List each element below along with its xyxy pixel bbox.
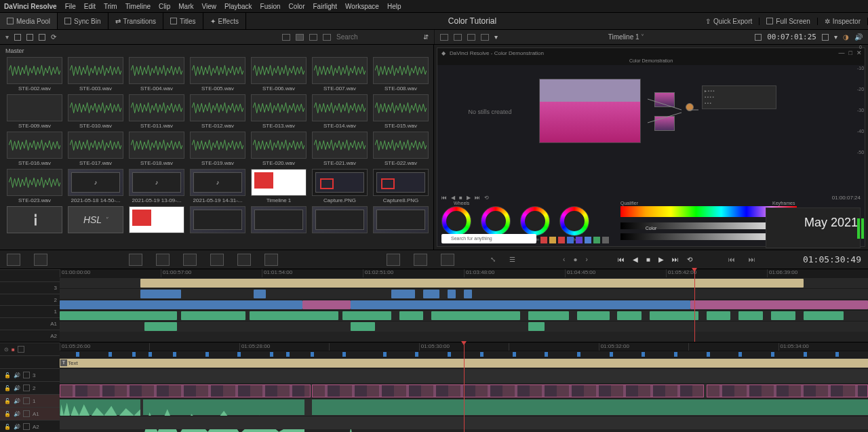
clip-item[interactable]: STE-005.wav bbox=[189, 57, 247, 92]
thumb-extra-1[interactable] bbox=[127, 206, 186, 235]
clip-item[interactable]: STE-012.wav bbox=[189, 94, 247, 129]
clip-item[interactable]: STE-022.wav bbox=[372, 132, 430, 166]
marker[interactable] bbox=[804, 352, 807, 357]
taskbar-app-icon[interactable] bbox=[558, 237, 565, 243]
marker[interactable] bbox=[383, 352, 387, 357]
detail-tracks[interactable]: 01:05:26:00 01:05:28:00 01:05:30:00 01:0… bbox=[60, 342, 868, 432]
windows-search-bar[interactable]: Search for anything bbox=[441, 234, 536, 243]
audio-clip[interactable] bbox=[528, 311, 569, 320]
marker[interactable] bbox=[771, 352, 774, 357]
clip-item[interactable]: STE-010.wav bbox=[66, 94, 125, 129]
enable-icon[interactable] bbox=[23, 423, 30, 430]
mini-lane-v2[interactable] bbox=[60, 288, 868, 299]
clip-item[interactable]: STE-003.wav bbox=[66, 57, 125, 92]
enable-icon[interactable] bbox=[23, 397, 30, 404]
clip-item[interactable]: STE-009.wav bbox=[5, 94, 64, 129]
mini-head-v2[interactable]: 2 bbox=[0, 294, 60, 306]
marker[interactable] bbox=[205, 352, 209, 357]
marker[interactable] bbox=[286, 352, 290, 357]
bypass-icon[interactable] bbox=[822, 34, 829, 41]
edit-timecode[interactable]: 01:05:30:49 bbox=[803, 254, 861, 264]
audio-clip[interactable] bbox=[250, 311, 338, 320]
audio-clip[interactable] bbox=[342, 311, 391, 320]
head-a1[interactable]: 🔓🔊A1 bbox=[0, 407, 60, 420]
menu-timeline[interactable]: Timeline bbox=[125, 3, 151, 10]
ripple-icon[interactable] bbox=[264, 254, 278, 266]
prev-icon[interactable]: ◀ bbox=[451, 195, 455, 201]
jump-next-icon[interactable]: ⏭ bbox=[749, 256, 755, 263]
thumb-extra-2[interactable] bbox=[189, 206, 247, 235]
view-metadata-icon[interactable] bbox=[282, 34, 290, 41]
head-v2[interactable]: 🔓🔊2 bbox=[0, 381, 60, 394]
marker[interactable] bbox=[270, 352, 273, 357]
loop-icon[interactable]: ⟲ bbox=[687, 256, 692, 263]
btn-quick-export[interactable]: ⇪Quick Export bbox=[698, 18, 760, 25]
menu-color[interactable]: Color bbox=[289, 3, 305, 10]
taskbar-app-icon[interactable] bbox=[549, 237, 556, 243]
mini-playhead[interactable] bbox=[694, 269, 695, 342]
audio-clip[interactable] bbox=[771, 311, 795, 320]
mini-head-v1[interactable]: 1 bbox=[0, 305, 60, 317]
clip-item[interactable]: STE-020.wav bbox=[250, 132, 308, 166]
taskbar-app-icon[interactable] bbox=[540, 237, 547, 243]
detail-playhead[interactable] bbox=[464, 342, 465, 432]
title-clip[interactable] bbox=[140, 279, 803, 288]
mini-head-a1[interactable]: A1 bbox=[0, 317, 60, 330]
tab-transitions[interactable]: ⇄Transitions bbox=[108, 13, 164, 29]
sort-icon[interactable]: ⇵ bbox=[423, 33, 429, 41]
view-thumb-icon[interactable] bbox=[296, 34, 304, 41]
audio-clip[interactable] bbox=[144, 322, 177, 331]
head-v1[interactable]: 🔓🔊1 bbox=[0, 394, 60, 407]
hsl-qualifier[interactable]: HSL˅ bbox=[66, 206, 125, 235]
audio-clip[interactable] bbox=[707, 311, 731, 320]
audio-clip[interactable] bbox=[528, 322, 545, 331]
speaker-icon[interactable]: 🔊 bbox=[14, 372, 20, 378]
clip[interactable] bbox=[423, 290, 439, 298]
mini-ruler[interactable]: 01:00:00:00 01:00:57:00 01:01:54:00 01:0… bbox=[60, 269, 868, 277]
jump-prev-icon[interactable]: ⏮ bbox=[728, 256, 735, 263]
viewer-window[interactable]: — □ ✕ ◆ DaVinci Resolve - Color Demonstr… bbox=[437, 47, 865, 247]
speaker-icon[interactable]: 🔊 bbox=[854, 33, 863, 41]
viewer-aspect-icon[interactable] bbox=[481, 34, 489, 41]
overlay-icon[interactable]: ◑ bbox=[843, 33, 849, 41]
audio-clip[interactable] bbox=[577, 311, 610, 320]
detail-timeline[interactable]: ⊙ ■ 🔓🔊3 🔓🔊2 🔓🔊1 🔓🔊A1 🔓🔊A2 01:05:26:00 01… bbox=[0, 342, 868, 432]
clip-item[interactable]: Timeline 1 bbox=[250, 169, 308, 203]
menu-playback[interactable]: Playback bbox=[224, 3, 252, 10]
tab-media-pool[interactable]: Media Pool bbox=[0, 13, 58, 29]
clip[interactable] bbox=[464, 290, 472, 298]
menu-edit[interactable]: Edit bbox=[84, 3, 96, 10]
magnet-icon[interactable]: ⊙ bbox=[4, 347, 9, 353]
audio-clip-2[interactable] bbox=[143, 399, 304, 415]
safe-area-icon[interactable] bbox=[755, 34, 762, 41]
marker[interactable] bbox=[545, 352, 548, 357]
clip-item[interactable]: STE-021.wav bbox=[311, 132, 369, 166]
audio-clip[interactable] bbox=[738, 311, 763, 320]
mini-lane-a2[interactable] bbox=[60, 321, 868, 332]
clip-item[interactable]: STE-014.wav bbox=[311, 94, 369, 129]
chevron-down-icon[interactable]: ▾ bbox=[834, 33, 837, 41]
marker[interactable] bbox=[480, 352, 484, 357]
viewer-mode-3-icon[interactable] bbox=[467, 34, 475, 41]
clip-item[interactable]: STE-015.wav bbox=[372, 94, 430, 129]
append-icon[interactable] bbox=[237, 254, 251, 266]
video-clip-3[interactable] bbox=[707, 385, 868, 397]
head-v3[interactable]: 🔓🔊3 bbox=[0, 368, 60, 381]
bin-label[interactable]: Master bbox=[0, 45, 433, 57]
menu-trim[interactable]: Trim bbox=[104, 3, 117, 10]
replace-icon[interactable] bbox=[183, 254, 197, 266]
video-clip-1[interactable] bbox=[60, 385, 311, 397]
clip[interactable] bbox=[448, 290, 456, 298]
thumb-extra-3[interactable] bbox=[250, 206, 308, 235]
play-icon[interactable]: ▶ bbox=[467, 195, 471, 201]
viewer-mode-1-icon[interactable] bbox=[440, 34, 448, 41]
enable-icon[interactable] bbox=[23, 385, 30, 391]
video-clip-2[interactable] bbox=[312, 385, 704, 397]
tool-blade-icon[interactable] bbox=[34, 254, 47, 266]
marker[interactable] bbox=[311, 352, 314, 357]
folder-icon[interactable] bbox=[26, 34, 33, 41]
marker[interactable] bbox=[342, 352, 346, 357]
insert-icon[interactable] bbox=[129, 254, 142, 266]
loop-icon[interactable]: ⟲ bbox=[484, 195, 489, 201]
marker[interactable] bbox=[448, 352, 451, 357]
